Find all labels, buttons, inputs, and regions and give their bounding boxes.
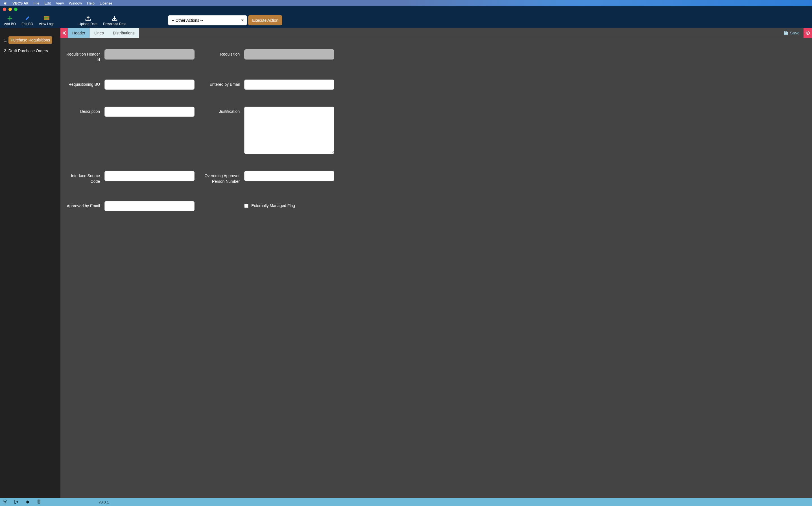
upload-data-button[interactable]: Upload Data [76,15,100,26]
code-view-button[interactable] [804,28,812,38]
upload-icon [85,15,91,21]
bug-button[interactable] [25,500,30,505]
sidebar-item-draft-purchase-orders[interactable]: Draft Purchase Orders [4,47,57,55]
save-icon [784,31,788,35]
add-bo-label: Add BO [4,22,16,26]
field-externally-managed-flag: Externally Managed Flag [203,201,334,211]
field-entered-by-email: Entered by Email [203,80,334,90]
field-label: Overriding Approver Person Number [203,171,240,184]
logout-button[interactable] [14,500,19,505]
maximize-window-button[interactable] [14,8,17,11]
field-requisitioning-bu: Requisitioning BU [63,80,195,90]
view-logs-button[interactable]: View Logs [37,15,57,26]
tab-row: Header Lines Distributions Save [60,28,812,38]
sidebar-item-purchase-requisitions[interactable]: Purchase Requisitions [4,36,57,44]
code-icon [805,31,810,35]
field-label: Requisition Header Id [63,49,100,63]
svg-rect-2 [44,18,48,19]
requisitioning-bu-input[interactable] [105,80,195,90]
overriding-approver-input[interactable] [244,171,334,181]
tab-lines[interactable]: Lines [90,28,108,38]
menu-file[interactable]: File [33,1,40,5]
field-label: Justification [203,107,240,114]
edit-bo-button[interactable]: Edit BO [19,15,35,26]
gear-icon [3,500,7,504]
menu-edit[interactable]: Edit [45,1,51,5]
tab-distributions[interactable]: Distributions [108,28,139,38]
field-label: Description [63,107,100,114]
field-label: Interface Source Code [63,171,100,184]
save-label: Save [790,30,800,35]
add-bo-button[interactable]: Add BO [2,15,18,26]
pencil-icon [24,15,31,21]
window-titlebar [0,6,812,12]
menu-window[interactable]: Window [69,1,82,5]
menu-help[interactable]: Help [87,1,94,5]
svg-rect-3 [44,19,48,19]
menu-view[interactable]: View [56,1,64,5]
checkbox-label: Externally Managed Flag [251,203,295,208]
collapse-sidebar-button[interactable] [60,28,68,38]
svg-rect-7 [39,500,40,500]
justification-textarea[interactable] [244,107,334,154]
svg-point-4 [4,501,6,502]
execute-action-button[interactable]: Execute Action [248,15,282,25]
close-window-button[interactable] [3,8,6,11]
requisition-header-id-input [105,49,195,60]
download-data-button[interactable]: Download Data [101,15,128,26]
sidebar-item-label: Purchase Requisitions [8,36,52,44]
field-requisition: Requisition [203,49,334,63]
externally-managed-flag-checkbox[interactable] [244,204,249,208]
upload-data-label: Upload Data [79,22,98,26]
view-logs-label: View Logs [39,22,54,26]
field-label: Requisition [203,49,240,57]
save-button[interactable]: Save [781,30,802,35]
form-scroll-area[interactable]: Requisition Header Id Requisition Requis… [60,38,812,498]
logout-icon [14,500,19,504]
chevron-double-left-icon [62,31,66,35]
clipboard-icon [37,500,41,504]
macos-menu-bar: VBCS Alt File Edit View Window Help Lice… [0,0,812,6]
field-approved-by-email: Approved by Email [63,201,195,211]
field-overriding-approver: Overriding Approver Person Number [203,171,334,184]
settings-button[interactable] [3,500,7,505]
edit-bo-label: Edit BO [21,22,33,26]
requisition-input [244,49,334,60]
field-label: Requisitioning BU [63,80,100,87]
entered-by-email-input[interactable] [244,80,334,90]
description-input[interactable] [105,107,195,117]
svg-rect-1 [44,17,49,18]
plus-icon [6,15,13,21]
content-panel: Header Lines Distributions Save Requisit… [60,28,812,498]
logs-icon [43,15,50,21]
download-icon [111,15,118,21]
status-bar: v0.0.1 [0,498,812,506]
minimize-window-button[interactable] [8,8,12,11]
app-name[interactable]: VBCS Alt [12,1,28,5]
sidebar: Purchase Requisitions Draft Purchase Ord… [0,28,60,498]
field-requisition-header-id: Requisition Header Id [63,49,195,63]
field-label: Approved by Email [63,201,100,209]
bug-icon [25,500,30,504]
apple-logo-icon [3,1,7,5]
interface-source-code-input[interactable] [105,171,195,181]
sidebar-item-label: Draft Purchase Orders [8,47,48,55]
field-justification: Justification [203,107,334,154]
download-data-label: Download Data [103,22,126,26]
app-toolbar: Add BO Edit BO View Logs Upload Data [0,12,812,28]
other-actions-select[interactable]: -- Other Actions -- [168,15,247,25]
field-label: Entered by Email [203,80,240,87]
approved-by-email-input[interactable] [105,201,195,211]
field-description: Description [63,107,195,154]
version-label: v0.0.1 [99,500,109,504]
tab-header[interactable]: Header [68,28,90,38]
field-interface-source-code: Interface Source Code [63,171,195,184]
menu-license[interactable]: License [100,1,112,5]
clipboard-button[interactable] [37,500,41,505]
